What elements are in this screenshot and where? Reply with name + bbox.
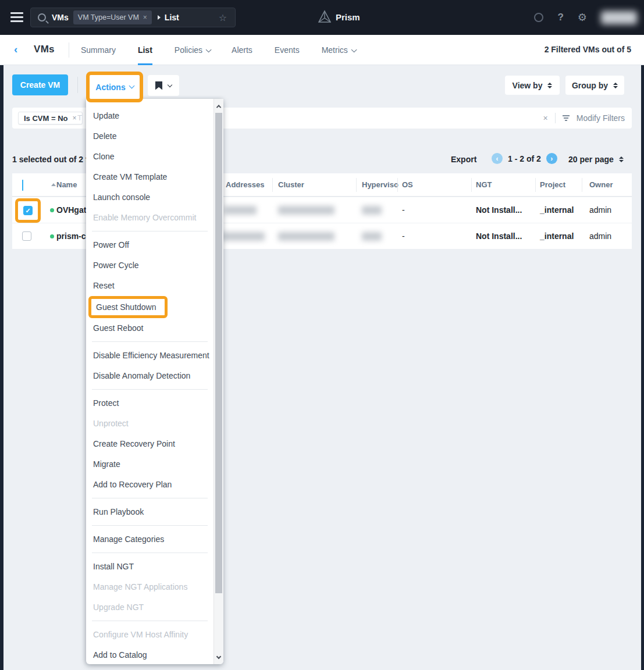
column-separator (471, 178, 472, 192)
group-by-button[interactable]: Group by (565, 76, 624, 95)
column-header-owner[interactable]: Owner (589, 180, 613, 189)
prism-vms-screen: VMs VM Type=User VM × List ☆ Prism ? ⚙ (0, 0, 644, 670)
menu-item-disable-anomaly-detection[interactable]: Disable Anomaly Detection (86, 366, 214, 386)
export-button[interactable]: Export (451, 155, 476, 164)
actions-button-highlighted[interactable]: Actions (86, 72, 143, 102)
menu-item-power-off[interactable]: Power Off (86, 235, 214, 255)
row-checkbox[interactable] (22, 231, 31, 241)
hamburger-menu-icon[interactable] (10, 12, 23, 23)
vm-project: _internal (540, 231, 574, 241)
menu-item-run-playbook[interactable]: Run Playbook (86, 502, 214, 522)
column-separator (356, 178, 357, 192)
favorite-star-icon[interactable]: ☆ (219, 12, 227, 23)
create-vm-button[interactable]: Create VM (12, 74, 68, 95)
next-page-button[interactable]: › (546, 153, 557, 164)
menu-divider (92, 389, 208, 390)
sort-ascending-icon[interactable] (51, 183, 56, 186)
tab-policies[interactable]: Policies (175, 35, 209, 65)
tab-list[interactable]: List (138, 35, 152, 65)
scrollbar-thumb[interactable] (215, 113, 222, 593)
column-header-ngt[interactable]: NGT (476, 180, 492, 189)
modify-filters-button[interactable]: Modify Filters (577, 113, 625, 123)
clear-filters-icon[interactable]: × (543, 113, 548, 123)
prev-page-button[interactable]: ‹ (492, 153, 503, 164)
column-header-os[interactable]: OS (402, 180, 413, 189)
menu-item-add-to-recovery-plan[interactable]: Add to Recovery Plan (86, 475, 214, 495)
vm-ngt: Not Install... (476, 231, 522, 241)
menu-item-create-recovery-point[interactable]: Create Recovery Point (86, 434, 214, 454)
user-menu-redacted[interactable] (601, 11, 637, 24)
search-crumb-label: List (165, 13, 179, 22)
filter-chip-is-cvm[interactable]: Is CVM = No × (18, 112, 83, 124)
menu-item-clone[interactable]: Clone (86, 147, 214, 167)
power-status-icon (50, 208, 54, 212)
menu-item-delete[interactable]: Delete (86, 126, 214, 147)
menu-item-launch-console[interactable]: Launch console (86, 187, 214, 208)
select-all-checkbox[interactable] (22, 180, 23, 191)
vm-name[interactable]: OVHgat (56, 205, 86, 215)
per-page-selector[interactable]: 20 per page (568, 155, 624, 164)
tab-events[interactable]: Events (275, 35, 300, 65)
menu-item-power-cycle[interactable]: Power Cycle (86, 255, 214, 276)
menu-item-enable-memory-overcommit: Enable Memory Overcommit (86, 208, 214, 228)
tab-bar: SummaryListPoliciesAlertsEventsMetrics (81, 35, 355, 65)
column-header-cluster[interactable]: Cluster (278, 180, 304, 189)
menu-item-disable-efficiency-measurement[interactable]: Disable Efficiency Measurement (86, 345, 214, 366)
entity-nav-bar: ‹ VMs SummaryListPoliciesAlertsEventsMet… (0, 35, 644, 65)
scroll-down-icon[interactable] (214, 651, 223, 662)
chip-close-icon[interactable]: × (143, 13, 147, 22)
chip-close-icon[interactable]: × (73, 114, 77, 122)
column-header-hypervisor[interactable]: Hyperviso (362, 180, 399, 189)
menu-scrollbar[interactable] (214, 99, 223, 664)
menu-item-protect[interactable]: Protect (86, 393, 214, 414)
search-filter-chip[interactable]: VM Type=User VM × (73, 10, 152, 24)
sort-caret-icon (547, 83, 552, 88)
row-checkbox[interactable]: ✓ (23, 206, 33, 215)
view-by-button[interactable]: View by (505, 76, 560, 95)
tab-metrics[interactable]: Metrics (322, 35, 355, 65)
nav-divider (69, 42, 69, 58)
menu-item-guest-reboot[interactable]: Guest Reboot (86, 318, 214, 338)
redacted-hypervisor (362, 232, 382, 241)
right-edge-strip (641, 0, 644, 670)
power-status-icon (50, 234, 54, 238)
bookmark-icon (155, 81, 162, 90)
breadcrumb-arrow-icon (158, 15, 161, 20)
back-chevron-icon[interactable]: ‹ (14, 43, 17, 56)
column-header-name[interactable]: Name (56, 180, 77, 189)
menu-item-manage-categories[interactable]: Manage Categories (86, 529, 214, 550)
pagination: ‹ 1 - 2 of 2 › (492, 153, 557, 164)
menu-item-guest-shutdown[interactable]: Guest Shutdown (86, 296, 214, 318)
menu-item-update[interactable]: Update (86, 106, 214, 126)
help-icon[interactable]: ? (557, 12, 563, 23)
notification-ring-icon[interactable] (534, 13, 543, 22)
settings-gear-icon[interactable]: ⚙ (578, 11, 587, 24)
filter-hint-fragment: T (77, 113, 82, 122)
redacted-cluster (278, 232, 335, 241)
menu-divider (92, 231, 208, 231)
tab-alerts[interactable]: Alerts (232, 35, 252, 65)
menu-item-migrate[interactable]: Migrate (86, 454, 214, 475)
view-by-label: View by (513, 81, 543, 90)
vm-os: - (402, 231, 405, 241)
global-search[interactable]: VMs VM Type=User VM × List ☆ (30, 8, 236, 27)
actions-button-label: Actions (95, 83, 125, 92)
highlighted-menu-item-box[interactable]: Guest Shutdown (88, 296, 168, 318)
brand-title: Prism (336, 12, 360, 22)
column-header-addresses[interactable]: Addresses (226, 180, 264, 189)
menu-item-create-vm-template[interactable]: Create VM Template (86, 167, 214, 187)
tab-summary[interactable]: Summary (81, 35, 116, 65)
menu-item-add-to-catalog[interactable]: Add to Catalog (86, 645, 214, 665)
vm-ngt: Not Install... (476, 205, 522, 215)
selected-checkbox-highlighted[interactable]: ✓ (15, 198, 41, 223)
bookmark-button[interactable] (148, 75, 179, 96)
menu-item-upgrade-ngt: Upgrade NGT (86, 597, 214, 618)
menu-divider (92, 553, 208, 553)
scroll-up-icon[interactable] (214, 101, 223, 112)
filter-funnel-icon[interactable] (563, 115, 570, 121)
per-page-label: 20 per page (568, 155, 614, 164)
column-header-project[interactable]: Project (540, 180, 565, 189)
menu-item-install-ngt[interactable]: Install NGT (86, 557, 214, 577)
menu-item-reset[interactable]: Reset (86, 276, 214, 296)
search-icon (38, 13, 46, 22)
